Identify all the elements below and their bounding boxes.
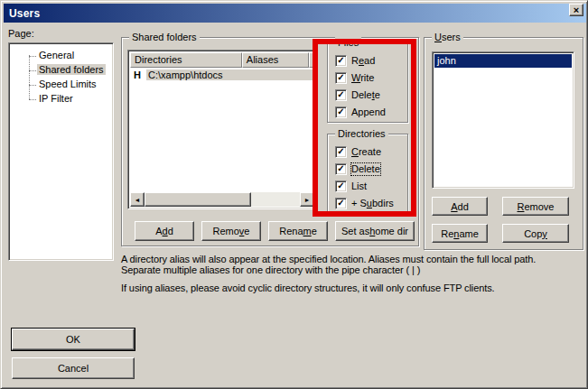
label-post: ome dir (375, 226, 408, 236)
cancel-button[interactable]: Cancel (12, 357, 135, 379)
column-header-directories[interactable]: Directories (130, 52, 242, 68)
label-post: emove (524, 201, 554, 212)
label-pre: Re (441, 228, 453, 239)
user-rename-button[interactable]: Rename (432, 224, 488, 243)
scroll-track[interactable] (251, 192, 300, 207)
list-item-user[interactable]: john (434, 54, 572, 68)
tree-item-label: IP Filter (37, 93, 75, 104)
tree-item-ip-filter[interactable]: IP Filter (9, 92, 113, 107)
users-list: john (432, 51, 574, 189)
set-as-home-dir-button[interactable]: Set as home dir (335, 221, 415, 241)
label-pre: A (155, 226, 162, 236)
label-post: ame (459, 228, 478, 239)
list-header: Directories Aliases (130, 52, 314, 68)
close-button[interactable]: × (569, 4, 583, 16)
tree-item-label: General (37, 50, 76, 60)
page-label: Page: (8, 28, 34, 39)
tree-item-label: Speed Limits (37, 79, 98, 89)
shared-folders-group-title: Shared folders (129, 32, 200, 42)
user-copy-button[interactable]: Copy (502, 224, 569, 243)
close-icon: × (574, 5, 579, 14)
label-post: d (168, 226, 173, 236)
tree-item-shared-folders[interactable]: Shared folders (9, 63, 113, 78)
window-title: Users (9, 7, 40, 20)
label-accel: R (518, 201, 525, 212)
titlebar[interactable]: Users (4, 4, 586, 23)
folder-add-button[interactable]: Add (135, 221, 194, 241)
horizontal-scrollbar[interactable]: ◄ ► (130, 192, 314, 207)
notes: A directory alias will also appear at th… (121, 254, 577, 293)
annotation-highlight (313, 39, 416, 217)
page-tree: General Shared folders Speed Limits IP F… (8, 42, 114, 261)
tree-item-speed-limits[interactable]: Speed Limits (9, 78, 113, 92)
alias-note: A directory alias will also appear at th… (121, 254, 577, 275)
label-pre: Rena (279, 226, 303, 236)
label-post: dd (458, 201, 469, 212)
arrow-right-icon: ► (304, 197, 311, 203)
folder-rename-button[interactable]: Rename (268, 221, 328, 241)
folder-remove-button[interactable]: Remove (201, 221, 261, 241)
label-pre: Cop (524, 228, 542, 239)
label-accel: A (451, 201, 457, 212)
user-remove-button[interactable]: Remove (502, 197, 569, 216)
label-pre: Remo (213, 226, 239, 236)
users-group-title: Users (432, 32, 463, 42)
label-pre: Set as (341, 226, 369, 236)
scroll-left-button[interactable]: ◄ (130, 192, 145, 207)
table-row[interactable]: H C:\xampp\htdocs (130, 68, 314, 82)
cyclic-note: If using aliases, please avoid cyclic di… (121, 282, 577, 293)
tree-item-label-selected: Shared folders (37, 64, 106, 75)
user-add-button[interactable]: Add (432, 197, 488, 216)
directory-path: C:\xampp\htdocs (146, 69, 314, 80)
users-dialog: Users × Page: General Shared folders Spe… (0, 0, 588, 389)
ok-button[interactable]: OK (12, 329, 135, 350)
home-marker: H (134, 69, 145, 80)
column-header-aliases[interactable]: Aliases (242, 52, 309, 68)
tree-item-general[interactable]: General (9, 49, 113, 63)
label-accel: m (303, 226, 312, 236)
shared-folders-list: Directories Aliases H C:\xampp\htdocs ◄ … (127, 50, 317, 209)
scroll-thumb[interactable] (145, 192, 251, 207)
label-post: e (312, 226, 317, 236)
arrow-left-icon: ◄ (135, 197, 141, 203)
users-group: Users john Add Remove Rename Copy (424, 37, 583, 250)
label-accel: y (542, 228, 547, 239)
label-post: e (244, 226, 249, 236)
